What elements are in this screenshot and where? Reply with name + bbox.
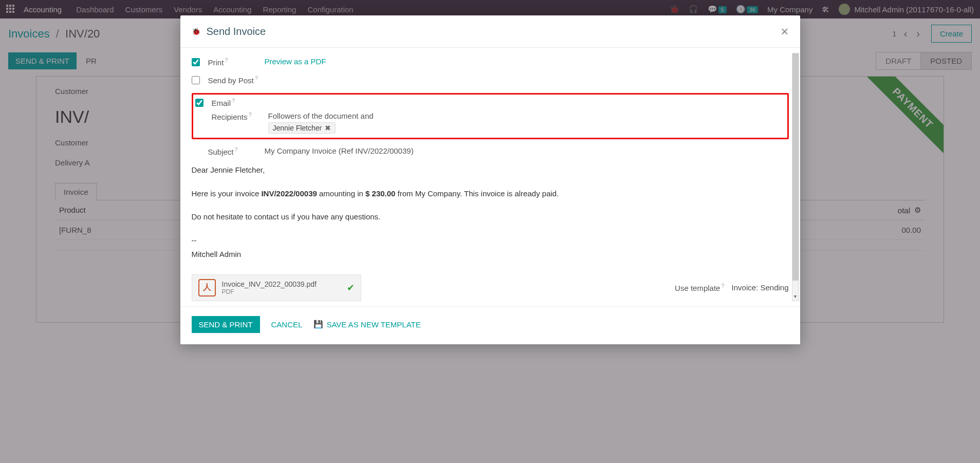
save-as-template-button[interactable]: 💾 SAVE AS NEW TEMPLATE [313,320,420,329]
attachment-type: PDF [222,288,341,295]
modal-send-print-button[interactable]: SEND & PRINT [192,316,260,333]
scroll-down-icon[interactable]: ▾ [792,293,799,301]
recipients-label: Recipients [212,113,248,121]
template-help-icon[interactable]: ? [721,283,724,289]
attachment-check-icon: ✔ [347,282,355,293]
post-help-icon[interactable]: ? [255,75,258,81]
recipients-followers-text: Followers of the document and [268,112,374,120]
subject-help-icon[interactable]: ? [235,146,238,153]
body-greeting: Dear Jennie Fletcher, [192,163,789,177]
remove-recipient-icon[interactable]: ✖ [325,124,331,132]
attachment[interactable]: 人 Invoice_INV_2022_00039.pdf PDF ✔ [192,274,361,301]
body-line3: Do not hesitate to contact us if you hav… [192,210,789,224]
template-select[interactable]: Invoice: Sending [732,283,789,292]
subject-label: Subject [208,147,234,156]
recipients-field[interactable]: Followers of the document and Jennie Fle… [268,112,785,134]
print-checkbox[interactable] [192,58,200,66]
email-label: Email [212,99,231,107]
recipient-tag: Jennie Fletcher ✖ [268,122,336,134]
subject-input[interactable]: My Company Invoice (Ref INV/2022/00039) [265,146,414,155]
attachment-name: Invoice_INV_2022_00039.pdf [222,280,341,288]
body-signature: Mitchell Admin [192,248,789,261]
pdf-icon: 人 [198,279,216,297]
bug-icon[interactable]: 🐞 [192,27,200,35]
modal-title: Send Invoice [207,26,781,38]
body-sig-sep: -- [192,234,789,247]
template-label: Use template [675,284,720,292]
modal-overlay: 🐞 Send Invoice × Print? Preview as a PDF… [0,0,980,463]
modal-header: 🐞 Send Invoice × [180,15,800,48]
send-invoice-modal: 🐞 Send Invoice × Print? Preview as a PDF… [180,15,800,344]
print-label: Print [208,58,224,67]
close-button[interactable]: × [781,25,788,38]
email-body-editor[interactable]: Dear Jennie Fletcher, Here is your invoi… [192,163,789,261]
modal-scrollbar[interactable]: ▴ ▾ [792,53,799,301]
recipients-help-icon[interactable]: ? [249,112,252,118]
modal-cancel-button[interactable]: CANCEL [271,320,303,329]
modal-footer: SEND & PRINT CANCEL 💾 SAVE AS NEW TEMPLA… [180,306,800,344]
preview-pdf-link[interactable]: Preview as a PDF [265,57,326,66]
save-icon: 💾 [313,320,323,329]
body-line2: Here is your invoice INV/2022/00039 amou… [192,187,789,200]
send-by-post-label: Send by Post [208,76,254,85]
scrollbar-thumb[interactable] [792,53,799,281]
modal-body: Print? Preview as a PDF Send by Post? Em… [180,48,800,306]
print-help-icon[interactable]: ? [225,57,228,63]
email-recipients-highlight: Email? Recipients? Followers of the docu… [192,93,789,139]
email-checkbox[interactable] [195,99,204,107]
email-help-icon[interactable]: ? [232,98,235,104]
send-by-post-checkbox[interactable] [192,76,200,84]
